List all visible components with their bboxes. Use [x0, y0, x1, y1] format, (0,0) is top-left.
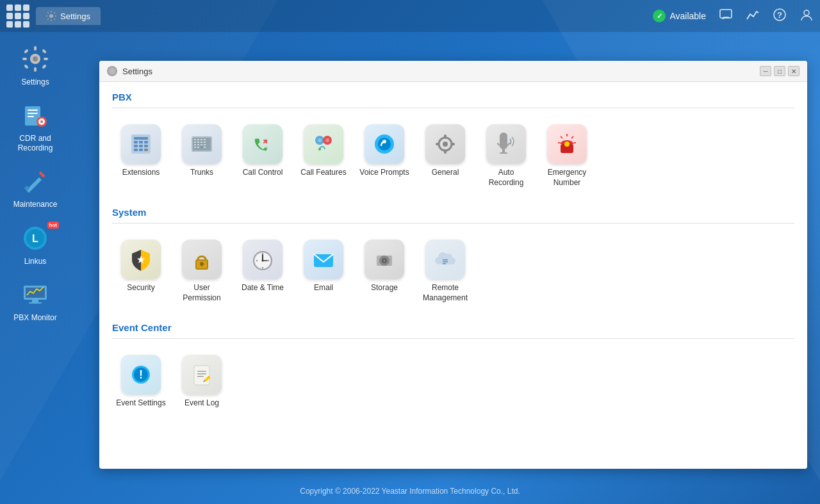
- voice-prompts-item[interactable]: Voice Prompts: [356, 118, 413, 194]
- trunks-item[interactable]: Trunks: [173, 118, 231, 194]
- svg-rect-105: [443, 261, 448, 263]
- remote-management-item[interactable]: Remote Management: [416, 233, 474, 309]
- event-settings-label: Event Settings: [116, 398, 165, 409]
- call-control-icon: [243, 124, 283, 164]
- settings-tab-icon: [46, 11, 56, 21]
- footer: Copyright © 2006-2022 Yeastar Informatio…: [0, 478, 820, 504]
- svg-rect-50: [204, 142, 206, 143]
- svg-rect-87: [201, 264, 202, 266]
- sidebar-maintenance-label: Maintenance: [13, 200, 58, 209]
- svg-rect-73: [502, 149, 505, 152]
- general-label: General: [432, 168, 459, 178]
- chart-icon[interactable]: [746, 8, 760, 25]
- pbx-divider: [112, 108, 794, 108]
- event-center-section-title: Event Center: [112, 322, 794, 333]
- pbx-section-title: PBX: [112, 92, 794, 102]
- extensions-icon: [121, 124, 161, 164]
- help-icon[interactable]: ?: [773, 8, 787, 25]
- svg-rect-34: [144, 141, 148, 143]
- svg-rect-28: [32, 300, 38, 302]
- sidebar-item-cdr[interactable]: CDR andRecording: [6, 95, 64, 158]
- svg-rect-57: [201, 147, 202, 148]
- call-features-item[interactable]: Call Features: [295, 118, 352, 194]
- emergency-icon: [547, 124, 587, 164]
- svg-point-76: [564, 142, 570, 147]
- svg-rect-58: [204, 147, 206, 148]
- svg-rect-39: [139, 149, 143, 151]
- app-grid-button[interactable]: [6, 4, 29, 28]
- general-icon: [425, 124, 465, 164]
- event-log-item[interactable]: Event Log: [173, 348, 231, 415]
- svg-rect-113: [197, 373, 206, 375]
- svg-rect-40: [144, 149, 148, 151]
- minimize-button[interactable]: ─: [760, 66, 771, 76]
- storage-item[interactable]: Storage: [356, 233, 413, 309]
- auto-recording-item[interactable]: Auto Recording: [477, 118, 535, 194]
- window-content: PBX: [99, 82, 807, 469]
- system-section-title: System: [112, 207, 794, 218]
- auto-recording-icon: [486, 124, 526, 164]
- svg-rect-16: [28, 110, 38, 111]
- security-item[interactable]: Security: [112, 233, 170, 309]
- svg-point-21: [40, 120, 43, 123]
- sidebar-item-linkus[interactable]: L hot Linkus: [6, 218, 64, 271]
- extensions-item[interactable]: Extensions: [112, 118, 170, 194]
- maintenance-icon: [20, 166, 51, 197]
- settings-tab[interactable]: Settings: [36, 7, 101, 25]
- sidebar-settings-label: Settings: [21, 77, 49, 86]
- window-title: Settings: [122, 67, 152, 76]
- datetime-icon: [243, 240, 283, 279]
- system-icon-grid: Security User Permission: [112, 233, 794, 309]
- event-center-divider: [112, 338, 794, 339]
- emergency-number-item[interactable]: Emergency Number: [538, 118, 596, 194]
- call-control-item[interactable]: Call Control: [234, 118, 291, 194]
- date-time-item[interactable]: Date & Time: [234, 233, 291, 309]
- maximize-button[interactable]: □: [774, 66, 785, 76]
- svg-rect-1: [720, 10, 732, 18]
- user-icon[interactable]: [800, 8, 814, 25]
- svg-rect-36: [139, 145, 143, 147]
- sidebar-item-settings[interactable]: Settings: [6, 38, 64, 92]
- email-label: Email: [314, 283, 333, 293]
- call-features-label: Call Features: [300, 168, 346, 178]
- call-features-icon: [304, 124, 343, 164]
- close-button[interactable]: ✕: [788, 66, 800, 76]
- svg-text:?: ?: [777, 10, 782, 20]
- svg-rect-7: [34, 46, 37, 51]
- svg-rect-13: [24, 64, 29, 69]
- event-settings-item[interactable]: ! Event Settings: [112, 348, 170, 415]
- svg-rect-82: [562, 150, 571, 153]
- svg-point-6: [33, 56, 38, 61]
- svg-rect-51: [194, 144, 196, 145]
- sidebar-item-maintenance[interactable]: Maintenance: [6, 161, 64, 214]
- svg-point-101: [384, 260, 386, 262]
- general-item[interactable]: General: [416, 118, 474, 194]
- event-settings-icon: !: [121, 355, 161, 394]
- svg-rect-44: [197, 139, 199, 140]
- window-title-icon: [107, 66, 117, 76]
- sidebar-item-pbx-monitor[interactable]: PBX Monitor: [6, 274, 64, 327]
- svg-rect-43: [194, 139, 196, 140]
- svg-point-92: [262, 260, 264, 262]
- svg-point-61: [318, 138, 322, 142]
- svg-rect-8: [34, 67, 37, 72]
- status-available[interactable]: Available: [653, 10, 706, 22]
- date-time-label: Date & Time: [242, 283, 284, 293]
- user-permission-item[interactable]: User Permission: [173, 233, 231, 309]
- svg-rect-104: [443, 259, 448, 261]
- svg-rect-35: [134, 145, 138, 147]
- svg-rect-45: [201, 139, 202, 140]
- status-dot: [653, 10, 666, 22]
- email-item[interactable]: Email: [295, 233, 352, 309]
- security-label: Security: [127, 283, 154, 293]
- sidebar-linkus-label: Linkus: [24, 257, 47, 266]
- svg-line-78: [571, 136, 573, 138]
- svg-rect-46: [204, 139, 206, 140]
- svg-point-68: [443, 142, 448, 147]
- chat-icon[interactable]: [719, 8, 733, 25]
- settings-icon: [20, 44, 51, 74]
- voice-prompts-label: Voice Prompts: [359, 168, 409, 178]
- pbx-icon-grid: Extensions: [112, 118, 794, 194]
- svg-rect-29: [29, 302, 42, 304]
- emergency-number-label: Emergency Number: [541, 168, 593, 188]
